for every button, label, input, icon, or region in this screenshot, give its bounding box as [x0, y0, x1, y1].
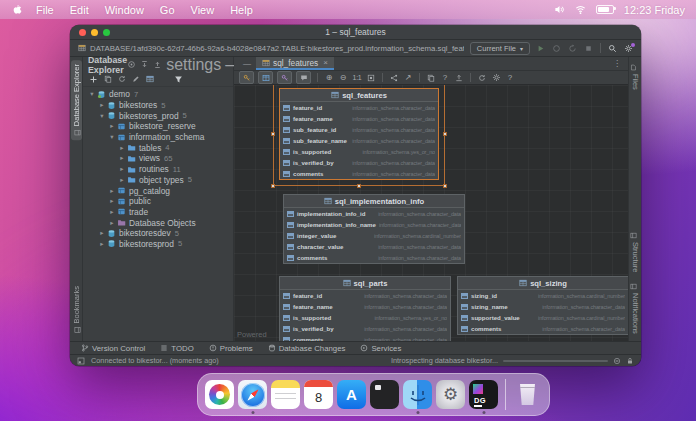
node-column-integer_value[interactable]: integer_valueinformation_schema.cardinal… [284, 230, 464, 241]
tree-item-trade[interactable]: ▸trade [83, 207, 233, 218]
tree-item-bikestore_reserve[interactable]: ▸bikestore_reserve [83, 121, 233, 132]
dock-app-calendar[interactable]: 8 [304, 380, 333, 409]
tree-item-bikestoresprod[interactable]: ▸bikestoresprod5 [83, 239, 233, 250]
node-column-comments[interactable]: commentsinformation_schema.character_dat… [280, 334, 450, 341]
tool-window-version-control[interactable]: Version Control [81, 344, 145, 353]
actual-size-button[interactable]: 1:1 [352, 72, 362, 83]
node-column-sizing_name[interactable]: sizing_nameinformation_schema.character_… [458, 301, 628, 312]
diagram-canvas[interactable]: Powered sql_featuresfeature_idinformatio… [234, 85, 628, 341]
graph-layout-button[interactable] [389, 72, 399, 83]
tree-item-public[interactable]: ▸public [83, 196, 233, 207]
node-column-comments[interactable]: commentsinformation_schema.character_dat… [458, 323, 628, 334]
tree-item-object-types[interactable]: ▸object types5 [83, 175, 233, 186]
tool-window-todo[interactable]: TODO [160, 344, 193, 353]
profile-icon[interactable] [552, 44, 561, 53]
tree-item-views[interactable]: ▸views65 [83, 153, 233, 164]
selection-handle[interactable] [271, 132, 275, 136]
node-column-comments[interactable]: commentsinformation_schema.character_dat… [284, 252, 464, 263]
table-icon[interactable] [146, 75, 154, 83]
diagram-node-sql_sizing[interactable]: sql_sizingsizing_idinformation_schema.ca… [457, 276, 628, 335]
node-column-is_supported[interactable]: is_supportedinformation_schema.yes_or_no [280, 146, 438, 157]
volume-icon[interactable] [554, 4, 565, 15]
selection-handle[interactable] [443, 184, 447, 188]
breadcrumb[interactable]: DATABASE/1afd390c-62d7-46b6-92a6-b4028e0… [78, 44, 464, 53]
dock-app-trash[interactable] [513, 380, 542, 409]
selection-handle[interactable] [271, 184, 275, 188]
menu-item-help[interactable]: Help [230, 4, 253, 16]
node-column-character_value[interactable]: character_valueinformation_schema.charac… [284, 241, 464, 252]
tab-sql-features[interactable]: sql_features × [256, 57, 334, 70]
diagram-node-sql_parts[interactable]: sql_partsfeature_idinformation_schema.ch… [279, 276, 451, 341]
fit-content-button[interactable] [366, 72, 376, 83]
more-options-icon[interactable]: ⋮ [613, 59, 621, 68]
dock-app-screen-app[interactable] [370, 380, 399, 409]
dock-app-photos[interactable] [205, 380, 234, 409]
expand-all-icon[interactable] [140, 60, 149, 69]
tool-stripe-files[interactable]: Files [630, 60, 641, 94]
tree-item-bikestoresdev[interactable]: ▸bikestoresdev5 [83, 228, 233, 239]
battery-icon[interactable] [596, 5, 614, 15]
node-column-is_supported[interactable]: is_supportedinformation_schema.yes_or_no [280, 312, 450, 323]
export-button[interactable] [454, 72, 464, 83]
dock-app-datagrip[interactable]: DG [469, 380, 498, 409]
close-window-button[interactable] [79, 29, 86, 36]
duplicate-icon[interactable] [104, 75, 112, 83]
chevron-right-icon[interactable]: ▸ [108, 208, 116, 216]
chevron-right-icon[interactable]: ▸ [108, 122, 116, 130]
node-header[interactable]: sql_implementation_info [284, 195, 464, 208]
run-configuration-select[interactable]: Current File ▾ [470, 42, 530, 55]
dock-app-notes[interactable] [271, 380, 300, 409]
node-column-is_verified_by[interactable]: is_verified_byinformation_schema.charact… [280, 323, 450, 334]
selection-handle[interactable] [357, 184, 361, 188]
wifi-icon[interactable] [575, 4, 586, 15]
zoom-window-button[interactable] [103, 29, 110, 36]
node-header[interactable]: sql_parts [280, 277, 450, 290]
menu-item-view[interactable]: View [191, 4, 215, 16]
chevron-right-icon[interactable]: ▸ [98, 229, 106, 237]
node-column-supported_value[interactable]: supported_valueinformation_schema.cardin… [458, 312, 628, 323]
toggle-comments-button[interactable] [296, 71, 311, 84]
tree-item-database-objects[interactable]: ▸Database Objects [83, 217, 233, 228]
tree-item-demo[interactable]: ▾demo7 [83, 89, 233, 100]
stop-icon[interactable] [584, 44, 593, 53]
tree-item-bikestores_prod[interactable]: ▾bikestores_prod5 [83, 110, 233, 121]
chevron-right-icon[interactable]: ▸ [118, 144, 126, 152]
zoom-out-button[interactable]: ⊖ [338, 72, 348, 83]
toggle-columns-button[interactable] [258, 71, 273, 84]
settings-icon[interactable]: settings [166, 57, 221, 73]
menu-item-file[interactable]: File [36, 4, 54, 16]
chevron-down-icon[interactable]: ▾ [88, 90, 96, 98]
dock-app-appstore[interactable]: A [337, 380, 366, 409]
selection-handle[interactable] [443, 132, 447, 136]
node-column-implementation_info_id[interactable]: implementation_info_idinformation_schema… [284, 208, 464, 219]
filter-icon[interactable] [174, 75, 183, 84]
run-icon[interactable] [536, 44, 545, 53]
diagram-settings-button[interactable]: ? [440, 72, 450, 83]
diagram-node-sql_implementation_info[interactable]: sql_implementation_infoimplementation_in… [283, 194, 465, 264]
node-column-comments[interactable]: commentsinformation_schema.character_dat… [280, 168, 438, 179]
tool-stripe-bookmarks[interactable]: Bookmarks [71, 282, 82, 338]
edit-icon[interactable] [132, 75, 140, 83]
tree-item-routines[interactable]: ▸routines11 [83, 164, 233, 175]
hide-tab-icon[interactable]: — [243, 59, 251, 68]
node-column-sub_feature_id[interactable]: sub_feature_idinformation_schema.charact… [280, 124, 438, 135]
node-column-is_verified_by[interactable]: is_verified_byinformation_schema.charact… [280, 157, 438, 168]
tool-stripe-database-explorer[interactable]: Database Explorer [71, 60, 82, 140]
locate-icon[interactable] [127, 60, 136, 69]
help-button[interactable]: ? [505, 72, 515, 83]
chevron-right-icon[interactable]: ▸ [108, 187, 116, 195]
tree-item-bikestores[interactable]: ▸bikestores5 [83, 100, 233, 111]
chevron-right-icon[interactable]: ▸ [98, 101, 106, 109]
chevron-right-icon[interactable]: ▸ [118, 154, 126, 162]
toggle-keys-button[interactable] [277, 71, 292, 84]
node-column-feature_id[interactable]: feature_idinformation_schema.character_d… [280, 102, 438, 113]
dock-app-safari[interactable] [238, 380, 267, 409]
node-header[interactable]: sql_features [280, 89, 438, 102]
chevron-right-icon[interactable]: ▸ [108, 219, 116, 227]
chevron-right-icon[interactable]: ▸ [108, 197, 116, 205]
search-icon[interactable] [608, 44, 617, 53]
close-tab-icon[interactable]: × [323, 58, 328, 67]
chevron-down-icon[interactable]: ▾ [108, 133, 116, 141]
dock-app-settings[interactable]: ⚙ [436, 380, 465, 409]
window-title-bar[interactable]: 1 – sql_features [70, 25, 641, 40]
